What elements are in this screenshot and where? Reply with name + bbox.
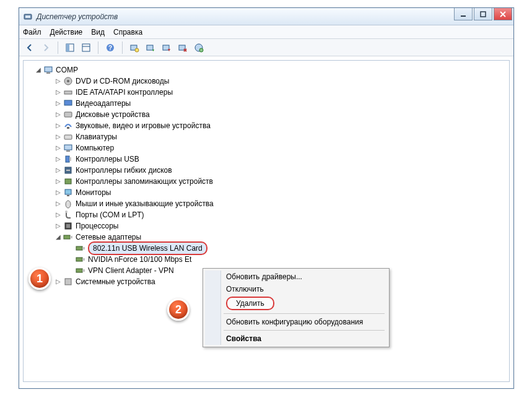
scan-button[interactable] xyxy=(128,41,141,54)
menu-view[interactable]: Вид xyxy=(91,28,105,37)
svg-rect-3 xyxy=(481,12,486,17)
disable-button[interactable] xyxy=(160,41,173,54)
expander-icon[interactable]: ▷ xyxy=(55,209,62,220)
device-category-icon xyxy=(63,87,73,97)
device-label: VPN Client Adapter - VPN xyxy=(88,265,174,276)
expander-icon[interactable]: ▷ xyxy=(55,276,62,287)
svg-point-35 xyxy=(66,201,71,208)
ctx-delete[interactable]: Удалить xyxy=(226,297,274,310)
category-label: IDE ATA/ATAPI контроллеры xyxy=(76,87,173,98)
svg-rect-29 xyxy=(69,157,71,161)
update-driver-button[interactable] xyxy=(144,41,157,54)
menubar: Файл Действие Вид Справка xyxy=(19,25,513,39)
svg-rect-21 xyxy=(64,91,72,94)
svg-rect-38 xyxy=(66,224,70,228)
device-category-icon xyxy=(63,110,73,119)
expander-icon[interactable]: ▷ xyxy=(55,87,62,98)
tree-category[interactable]: ▷DVD и CD-ROM дисководы xyxy=(26,76,507,87)
show-hide-tree-button[interactable] xyxy=(63,41,77,54)
svg-rect-25 xyxy=(64,135,72,139)
svg-rect-41 xyxy=(76,246,82,250)
expander-icon[interactable]: ▷ xyxy=(55,220,62,232)
expander-icon[interactable]: ▷ xyxy=(55,176,62,187)
ctx-disable[interactable]: Отключить xyxy=(205,283,387,295)
category-label: Процессоры xyxy=(76,220,119,232)
tree-category[interactable]: ▷Процессоры xyxy=(26,220,507,232)
category-label: Контроллеры запоминающих устройств xyxy=(76,176,213,187)
expander-icon[interactable]: ▷ xyxy=(55,198,62,209)
device-category-icon xyxy=(63,176,73,186)
tree-category[interactable]: ▷Звуковые, видео и игровые устройства xyxy=(26,120,507,131)
nav-back-button[interactable] xyxy=(23,41,37,54)
tree-category[interactable]: ▷Дисковые устройства xyxy=(26,109,507,120)
expander-icon[interactable]: ▷ xyxy=(55,120,62,131)
svg-point-36 xyxy=(65,211,68,213)
svg-rect-18 xyxy=(46,72,50,74)
expander-icon[interactable]: ▷ xyxy=(55,131,62,142)
expander-icon[interactable]: ▷ xyxy=(55,109,62,120)
minimize-button[interactable] xyxy=(454,8,473,20)
svg-rect-33 xyxy=(65,189,71,194)
menu-separator xyxy=(224,330,385,331)
svg-rect-5 xyxy=(66,44,69,51)
selected-device[interactable]: 802.11n USB Wireless LAN Card xyxy=(88,241,207,255)
network-card-icon xyxy=(76,266,85,276)
expander-icon[interactable]: ◢ xyxy=(35,64,42,76)
ctx-update-drivers[interactable]: Обновить драйверы... xyxy=(205,271,387,283)
device-category-icon xyxy=(63,221,73,231)
svg-point-11 xyxy=(135,48,139,52)
menu-help[interactable]: Справка xyxy=(113,28,142,37)
help-button[interactable]: ? xyxy=(103,41,117,54)
svg-text:?: ? xyxy=(108,45,112,51)
svg-rect-42 xyxy=(82,247,85,250)
menu-separator xyxy=(224,313,385,314)
device-category-icon xyxy=(63,76,73,86)
svg-rect-39 xyxy=(64,235,70,239)
titlebar[interactable]: Диспетчер устройств xyxy=(19,8,513,25)
menu-action[interactable]: Действие xyxy=(50,28,83,37)
context-menu: Обновить драйверы... Отключить Удалить О… xyxy=(203,268,390,347)
tree-category[interactable]: ▷Порты (COM и LPT) xyxy=(26,209,507,220)
network-adapter-item[interactable]: NVIDIA nForce 10/100 Mbps Et xyxy=(26,254,507,265)
category-label: Системные устройства xyxy=(76,276,155,287)
tree-category[interactable]: ▷Контроллеры запоминающих устройств xyxy=(26,176,507,187)
callout-2: 2 xyxy=(167,298,190,321)
expander-icon[interactable]: ▷ xyxy=(55,154,62,165)
svg-rect-44 xyxy=(82,258,85,261)
tree-root[interactable]: ◢ COMP xyxy=(26,64,507,76)
expander-icon[interactable]: ▷ xyxy=(55,142,62,154)
svg-rect-45 xyxy=(76,269,82,272)
tree-category[interactable]: ▷Мыши и иные указывающие устройства xyxy=(26,198,507,209)
svg-rect-28 xyxy=(66,156,69,162)
properties-button[interactable] xyxy=(79,41,93,54)
legacy-add-button[interactable] xyxy=(192,41,206,54)
uninstall-button[interactable] xyxy=(176,41,190,54)
expander-icon[interactable]: ▷ xyxy=(55,165,62,176)
expander-icon[interactable]: ◢ xyxy=(55,232,62,243)
close-button[interactable] xyxy=(494,8,512,20)
nav-forward-button[interactable] xyxy=(39,41,53,54)
tree-root-label: COMP xyxy=(56,64,78,76)
tree-category[interactable]: ▷Клавиатуры xyxy=(26,131,507,142)
device-category-icon xyxy=(63,98,73,108)
ctx-rescan[interactable]: Обновить конфигурацию оборудования xyxy=(205,316,387,328)
device-category-icon xyxy=(63,188,73,198)
ctx-properties[interactable]: Свойства xyxy=(205,332,387,345)
tree-category[interactable]: ▷Контроллеры гибких дисков xyxy=(26,165,507,176)
tree-category[interactable]: ▷Контроллеры USB xyxy=(26,154,507,165)
tree-category[interactable]: ▷Мониторы xyxy=(26,187,507,198)
expander-icon[interactable]: ▷ xyxy=(55,76,62,87)
network-card-icon xyxy=(76,254,85,264)
tree-category[interactable]: ▷IDE ATA/ATAPI контроллеры xyxy=(26,87,507,98)
expander-icon[interactable]: ▷ xyxy=(55,98,62,109)
tree-category[interactable]: ▷Видеоадаптеры xyxy=(26,98,507,109)
window-title: Диспетчер устройств xyxy=(37,12,118,21)
expander-icon[interactable]: ▷ xyxy=(55,187,62,198)
maximize-button[interactable] xyxy=(474,8,492,20)
tree-category[interactable]: ▷Компьютер xyxy=(26,142,507,154)
network-adapter-item[interactable]: 802.11n USB Wireless LAN Card xyxy=(26,243,507,254)
menu-file[interactable]: Файл xyxy=(23,28,41,37)
svg-rect-46 xyxy=(82,269,85,272)
category-label: Клавиатуры xyxy=(76,131,117,142)
svg-rect-22 xyxy=(64,100,72,105)
